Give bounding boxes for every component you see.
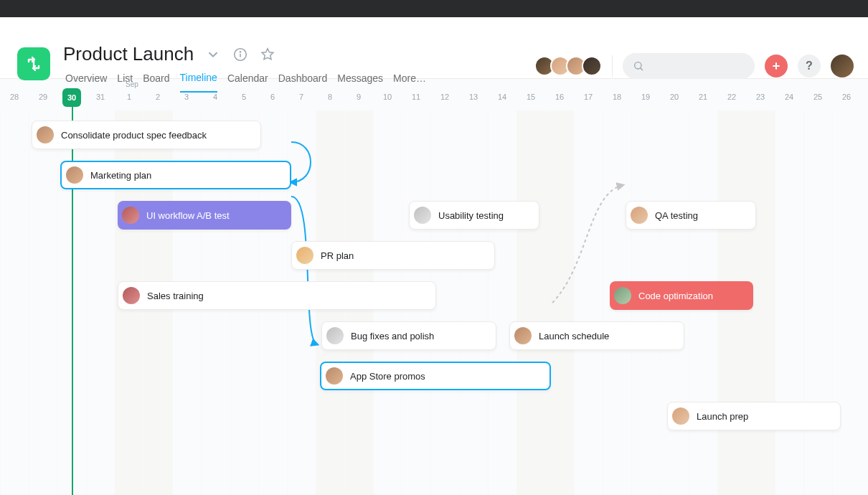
header-right: ? bbox=[539, 53, 854, 79]
assignee-avatar bbox=[414, 207, 431, 224]
task-label: Launch prep bbox=[697, 411, 748, 422]
day-label: 10 bbox=[373, 93, 402, 101]
waypoints-icon bbox=[25, 55, 42, 72]
day-label: 31 bbox=[86, 93, 115, 101]
task-label: Usability testing bbox=[438, 210, 504, 221]
task-code-opt[interactable]: Code optimization bbox=[610, 281, 753, 310]
task-launch-schedule[interactable]: Launch schedule bbox=[509, 321, 684, 350]
day-label: 17 bbox=[574, 93, 603, 101]
assignee-avatar bbox=[66, 166, 83, 184]
plus-icon bbox=[770, 60, 782, 72]
task-label: UI workflow A/B test bbox=[146, 210, 230, 221]
task-label: Launch schedule bbox=[539, 331, 609, 341]
day-label: 21 bbox=[689, 93, 717, 101]
day-label: 14 bbox=[488, 93, 516, 101]
day-label: 25 bbox=[803, 93, 832, 101]
task-launch-prep[interactable]: Launch prep bbox=[667, 402, 841, 430]
task-sales[interactable]: Sales training bbox=[118, 281, 436, 310]
project-info-button[interactable] bbox=[232, 47, 248, 62]
project-title: Product Launch bbox=[63, 43, 194, 65]
day-label: 1 bbox=[115, 93, 143, 101]
day-label: 22 bbox=[717, 93, 746, 101]
task-bugfix[interactable]: Bug fixes and polish bbox=[321, 321, 496, 350]
timeline-ruler: Sep 282930311234567891011121314151617181… bbox=[0, 79, 868, 110]
app-topbar bbox=[0, 0, 868, 17]
user-avatar[interactable] bbox=[831, 55, 854, 77]
task-promos[interactable]: App Store promos bbox=[320, 362, 551, 390]
day-label: 18 bbox=[603, 93, 631, 101]
assignee-avatar bbox=[37, 126, 54, 143]
month-label: Sep bbox=[126, 80, 138, 88]
day-label: 28 bbox=[0, 93, 29, 101]
search-input[interactable] bbox=[623, 53, 755, 79]
day-label: 6 bbox=[258, 93, 287, 101]
day-label: 19 bbox=[631, 93, 660, 101]
project-title-row: Product Launch bbox=[63, 43, 275, 65]
task-label: Sales training bbox=[147, 291, 204, 301]
svg-line-4 bbox=[641, 68, 643, 70]
day-label: 13 bbox=[459, 93, 488, 101]
svg-point-3 bbox=[635, 62, 641, 69]
divider bbox=[612, 55, 613, 77]
chevron-down-icon bbox=[205, 47, 221, 62]
day-label: 30 bbox=[62, 88, 81, 107]
day-label: 2 bbox=[143, 93, 172, 101]
day-label: 12 bbox=[430, 93, 459, 101]
project-header: Product Launch Overview List Board Timel… bbox=[0, 17, 868, 79]
project-dropdown-button[interactable] bbox=[205, 47, 221, 62]
day-label: 26 bbox=[832, 93, 861, 101]
info-icon bbox=[232, 47, 248, 62]
day-label: 11 bbox=[402, 93, 430, 101]
day-label: 4 bbox=[201, 93, 230, 101]
member-avatar bbox=[582, 56, 602, 76]
assignee-avatar bbox=[672, 407, 689, 425]
search-icon bbox=[633, 60, 644, 72]
assignee-avatar bbox=[326, 327, 344, 344]
day-label: 24 bbox=[775, 93, 803, 101]
day-label: 20 bbox=[660, 93, 689, 101]
timeline[interactable]: Sep 282930311234567891011121314151617181… bbox=[0, 79, 868, 495]
task-consolidate[interactable]: Consolidate product spec feedback bbox=[32, 121, 261, 149]
star-icon bbox=[260, 47, 275, 62]
day-label: 8 bbox=[316, 93, 344, 101]
task-layer: Consolidate product spec feedback Market… bbox=[0, 110, 868, 495]
project-star-button[interactable] bbox=[260, 47, 275, 62]
task-label: App Store promos bbox=[350, 371, 425, 382]
assignee-avatar bbox=[122, 207, 139, 224]
day-label: 5 bbox=[230, 93, 258, 101]
assignee-avatar bbox=[614, 287, 631, 304]
project-icon[interactable] bbox=[17, 47, 50, 80]
task-usability[interactable]: Usability testing bbox=[409, 201, 539, 230]
day-label: 29 bbox=[29, 93, 57, 101]
task-marketing[interactable]: Marketing plan bbox=[60, 161, 291, 189]
project-members[interactable] bbox=[539, 56, 602, 76]
task-ui-ab[interactable]: UI workflow A/B test bbox=[118, 201, 291, 230]
assignee-avatar bbox=[326, 367, 343, 385]
assignee-avatar bbox=[123, 287, 140, 304]
day-label: 15 bbox=[516, 93, 545, 101]
day-label: 3 bbox=[172, 93, 201, 101]
task-pr[interactable]: PR plan bbox=[291, 241, 495, 270]
help-button[interactable]: ? bbox=[798, 55, 821, 77]
assignee-avatar bbox=[631, 207, 648, 224]
assignee-avatar bbox=[514, 327, 532, 344]
task-label: Code optimization bbox=[638, 291, 713, 301]
task-label: Consolidate product spec feedback bbox=[61, 130, 207, 141]
day-label: 7 bbox=[287, 93, 316, 101]
task-qa[interactable]: QA testing bbox=[626, 201, 756, 230]
svg-point-2 bbox=[240, 51, 241, 52]
day-label: 16 bbox=[545, 93, 574, 101]
add-button[interactable] bbox=[765, 55, 788, 77]
task-label: PR plan bbox=[321, 250, 354, 261]
task-label: Marketing plan bbox=[90, 170, 151, 181]
day-label: 9 bbox=[344, 93, 373, 101]
task-label: QA testing bbox=[655, 210, 698, 221]
task-label: Bug fixes and polish bbox=[351, 331, 434, 341]
assignee-avatar bbox=[296, 247, 313, 264]
day-label: 23 bbox=[746, 93, 775, 101]
